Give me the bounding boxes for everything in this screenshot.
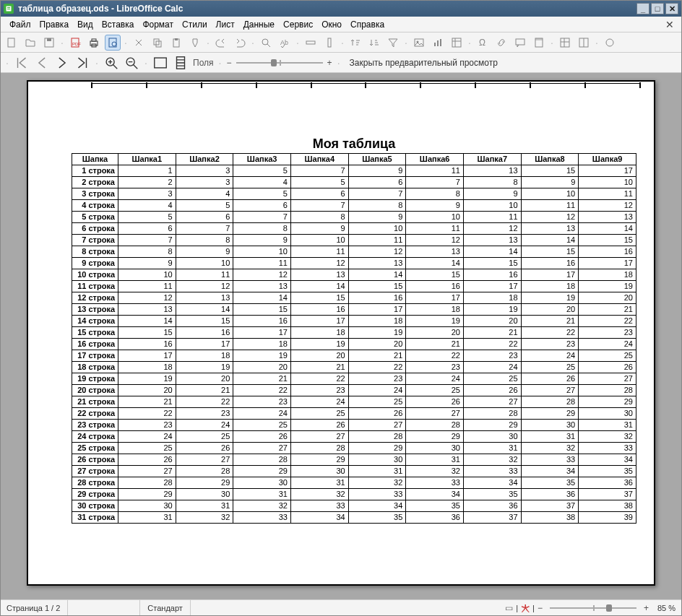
status-style[interactable]: Стандарт xyxy=(140,600,191,615)
next-page-button[interactable] xyxy=(54,55,70,71)
spellcheck-button: Ab xyxy=(277,35,293,51)
zoom-slider[interactable]: − + xyxy=(227,58,332,68)
svg-point-18 xyxy=(262,39,268,45)
cell: 19 xyxy=(521,292,579,304)
cell: 12 xyxy=(406,235,464,246)
cell: 29 xyxy=(233,466,291,477)
cell: 5 xyxy=(233,165,291,177)
status-zoom-in-icon[interactable]: + xyxy=(641,603,652,613)
insert-chart-button xyxy=(430,35,446,51)
cell: 25 xyxy=(348,396,406,408)
cell: 31 xyxy=(406,454,464,466)
menu-tools[interactable]: Сервис xyxy=(279,18,317,31)
table-row: 19 строка192021222324252627 xyxy=(72,373,636,385)
print-button[interactable] xyxy=(86,35,102,51)
status-zoom-value[interactable]: 85 % xyxy=(657,604,675,612)
cell: 32 xyxy=(579,431,636,443)
close-button[interactable]: ✕ xyxy=(665,3,678,14)
cell: 25 xyxy=(463,373,521,385)
cell: 2 xyxy=(118,177,176,188)
zoom-out-button[interactable] xyxy=(124,55,139,71)
statusbar: Страница 1 / 2 Стандарт ▭ | 🞰 | − + 85 % xyxy=(1,599,681,615)
cell: 23 xyxy=(348,373,406,385)
cell: 28 xyxy=(348,431,406,443)
cell: 18 xyxy=(406,304,464,316)
table-row: 3 строка34567891011 xyxy=(72,188,636,200)
cell: 25 xyxy=(233,420,291,431)
full-screen-button[interactable] xyxy=(152,55,168,71)
menu-file[interactable]: Файл xyxy=(5,18,35,31)
status-page[interactable]: Страница 1 / 2 xyxy=(7,600,68,615)
menu-help[interactable]: Справка xyxy=(346,18,389,31)
status-zoom-out-icon[interactable]: − xyxy=(535,603,545,613)
maximize-button[interactable]: □ xyxy=(651,3,664,14)
menu-view[interactable]: Вид xyxy=(73,18,98,31)
cell: 25 xyxy=(406,385,464,396)
export-pdf-button[interactable]: PDF xyxy=(67,35,83,51)
cell: 19 xyxy=(176,362,233,373)
insert-hyperlink-button xyxy=(493,35,509,51)
menu-window[interactable]: Окно xyxy=(317,18,346,31)
cell: 17 xyxy=(463,281,521,292)
cell: 31 xyxy=(118,512,176,524)
row-label: 26 строка xyxy=(72,454,118,466)
cell: 29 xyxy=(521,408,579,420)
cell: 25 xyxy=(521,362,579,373)
cell: 31 xyxy=(463,443,521,454)
cell: 31 xyxy=(233,489,291,500)
table-row: 14 строка141516171819202122 xyxy=(72,316,636,327)
cell: 30 xyxy=(176,489,233,500)
menu-edit[interactable]: Правка xyxy=(35,18,74,31)
minimize-button[interactable]: _ xyxy=(636,3,649,14)
cell: 17 xyxy=(118,350,176,362)
status-zoom-slider[interactable] xyxy=(550,607,636,609)
menu-styles[interactable]: Стили xyxy=(178,18,212,31)
cell: 30 xyxy=(348,454,406,466)
cell: 33 xyxy=(348,489,406,500)
format-page-button[interactable] xyxy=(173,55,189,71)
margin-ruler-top[interactable] xyxy=(92,83,641,92)
table-row: 22 строка222324252627282930 xyxy=(72,408,636,420)
show-draw-functions-button xyxy=(602,35,618,51)
row-label: 9 строка xyxy=(72,258,118,269)
cell: 25 xyxy=(290,408,348,420)
preview-workspace[interactable]: Моя таблица ШапкаШапка1Шапка2Шапка3Шапка… xyxy=(1,73,681,599)
row-label: 23 строка xyxy=(72,420,118,431)
print-preview-button[interactable] xyxy=(105,35,121,51)
zoom-in-button[interactable] xyxy=(103,55,119,71)
cell: 32 xyxy=(463,454,521,466)
menu-insert[interactable]: Вставка xyxy=(98,18,139,31)
cell: 17 xyxy=(579,165,636,177)
redo-button xyxy=(232,35,248,51)
last-page-button[interactable] xyxy=(74,55,90,71)
cell: 32 xyxy=(290,489,348,500)
cell: 12 xyxy=(176,281,233,292)
cell: 30 xyxy=(290,466,348,477)
col-header: Шапка5 xyxy=(348,154,406,165)
menu-format[interactable]: Формат xyxy=(138,18,178,31)
close-document-button[interactable]: ✕ xyxy=(662,19,677,30)
table-row: 4 строка456789101112 xyxy=(72,200,636,212)
cell: 29 xyxy=(406,431,464,443)
cell: 11 xyxy=(579,188,636,200)
close-preview-button[interactable]: Закрыть предварительный просмотр xyxy=(345,58,502,68)
svg-rect-2 xyxy=(7,7,10,8)
svg-point-34 xyxy=(606,39,613,46)
cell: 13 xyxy=(463,235,521,246)
status-modified-icon[interactable]: 🞰 xyxy=(518,603,532,613)
cell: 20 xyxy=(290,350,348,362)
status-view-layout-icon[interactable]: ▭ xyxy=(502,603,516,613)
cell: 11 xyxy=(118,281,176,292)
cell: 27 xyxy=(521,385,579,396)
svg-rect-32 xyxy=(561,38,569,47)
cell: 15 xyxy=(290,292,348,304)
cell: 12 xyxy=(348,246,406,258)
cell: 28 xyxy=(176,466,233,477)
cell: 35 xyxy=(521,477,579,489)
cell: 14 xyxy=(118,316,176,327)
menu-data[interactable]: Данные xyxy=(239,18,279,31)
cell: 9 xyxy=(463,188,521,200)
table-title: Моя таблица xyxy=(72,136,636,152)
menu-sheet[interactable]: Лист xyxy=(212,18,239,31)
table-row: 25 строка252627282930313233 xyxy=(72,443,636,454)
